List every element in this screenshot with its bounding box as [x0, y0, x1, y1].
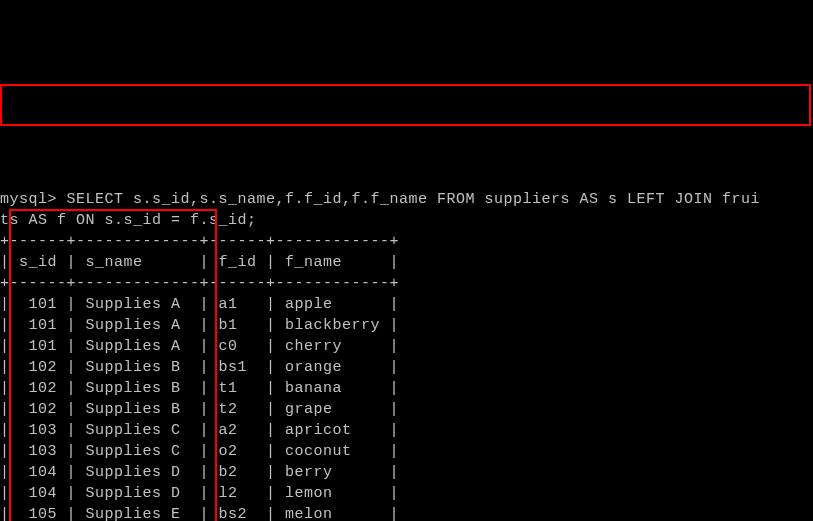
- table-row: | 104 | Supplies D | l2 | lemon |: [0, 485, 399, 502]
- table-row: | 101 | Supplies A | c0 | cherry |: [0, 338, 399, 355]
- table-header: | s_id | s_name | f_id | f_name |: [0, 254, 399, 271]
- table-separator-header: +------+-------------+------+-----------…: [0, 275, 399, 292]
- table-row: | 101 | Supplies A | b1 | blackberry |: [0, 317, 399, 334]
- sql-query: SELECT s.s_id,s.s_name,f.f_id,f.f_name F…: [0, 191, 760, 229]
- mysql-prompt: mysql>: [0, 191, 67, 208]
- table-row: | 104 | Supplies D | b2 | berry |: [0, 464, 399, 481]
- table-separator-top: +------+-------------+------+-----------…: [0, 233, 399, 250]
- table-row: | 102 | Supplies B | t2 | grape |: [0, 401, 399, 418]
- table-row: | 102 | Supplies B | bs1 | orange |: [0, 359, 399, 376]
- table-row: | 101 | Supplies A | a1 | apple |: [0, 296, 399, 313]
- table-row: | 105 | Supplies E | bs2 | melon |: [0, 506, 399, 521]
- table-row: | 102 | Supplies B | t1 | banana |: [0, 380, 399, 397]
- table-row: | 103 | Supplies C | o2 | coconut |: [0, 443, 399, 460]
- table-row: | 103 | Supplies C | a2 | apricot |: [0, 422, 399, 439]
- highlight-query-box: [0, 84, 811, 126]
- terminal-content[interactable]: mysql> SELECT s.s_id,s.s_name,f.f_id,f.f…: [0, 189, 813, 521]
- terminal-container: mysql> SELECT s.s_id,s.s_name,f.f_id,f.f…: [0, 84, 813, 521]
